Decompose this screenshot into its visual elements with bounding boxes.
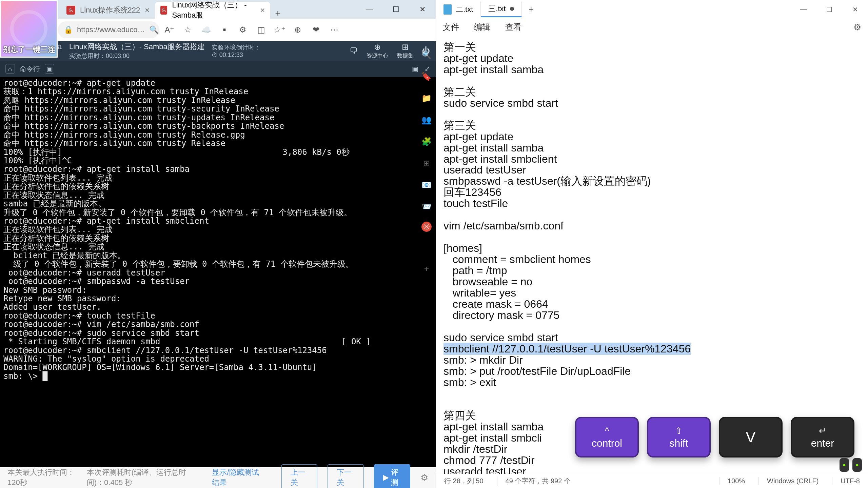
close-button[interactable]: ✕ [842, 0, 868, 19]
tab-name: 三.txt [488, 4, 506, 14]
resource-center[interactable]: ⊕资源中心 [367, 42, 388, 60]
favorite-icon[interactable]: ☆ [182, 24, 194, 36]
gear-icon[interactable]: ⚙ [853, 22, 861, 33]
tab-title: Linux操作系统222 [80, 5, 140, 15]
document-icon [443, 4, 452, 15]
browser-tab-strip: 头 Linux操作系统222 × 头 Linux网络实战（三） - Samba服… [0, 0, 436, 19]
video-avatar-overlay: 别忘了一键三连 [0, 0, 58, 58]
ide-countdown: 实验环境倒计时： ⏱ 00:12:33 [212, 43, 260, 59]
sb-office-icon[interactable]: ⊞ [420, 157, 433, 170]
footer-maxtime: 本关最大执行时间：120秒 [7, 467, 77, 488]
ext2-icon[interactable]: ▪️ [218, 24, 231, 36]
terminal-output[interactable]: root@educoder:~# apt-get update 获取：1 htt… [0, 77, 436, 467]
sb-people-icon[interactable]: 👥 [420, 113, 433, 127]
sb-ext-icon[interactable]: 🧩 [420, 135, 433, 148]
ide-title-block: Linux网络实战（三）- Samba服务器搭建 实验总用时：00:03:00 [69, 42, 205, 60]
tab-name: 二.txt [456, 4, 473, 15]
key-shift: ⇧shift [647, 417, 711, 458]
maximize-button[interactable]: ☐ [383, 0, 409, 19]
status-zoom[interactable]: 100% [719, 477, 745, 485]
chat-icon[interactable]: 🗨 [350, 46, 358, 56]
menu-view[interactable]: 查看 [505, 22, 521, 33]
notepad-tab-0[interactable]: 二.txt [436, 2, 481, 17]
ext1-icon[interactable]: ☁️ [200, 24, 212, 36]
maximize-button[interactable]: ☐ [816, 0, 842, 19]
ext3-icon[interactable]: ⚙ [237, 24, 249, 36]
notepad-tabstrip: 二.txt 三.txt + — ☐ ✕ [436, 0, 868, 19]
evaluate-button[interactable]: ▶ 评测 [374, 464, 410, 488]
sb-outlook-icon[interactable]: 📧 [420, 178, 433, 192]
home-icon[interactable]: ⌂ [5, 64, 15, 74]
sb-send-icon[interactable]: 📨 [420, 200, 433, 214]
avatar-caption: 别忘了一键三连 [3, 44, 55, 55]
tab-favicon: 头 [66, 6, 75, 15]
new-tab-button[interactable]: + [270, 8, 285, 19]
collections-icon[interactable]: ☆⁺ [273, 24, 285, 36]
new-tab-button[interactable]: + [522, 4, 540, 15]
countdown-value: ⏱ 00:12:33 [212, 52, 260, 59]
countdown-label: 实验环境倒计时： [212, 43, 260, 52]
browser-tab-1[interactable]: 头 Linux网络实战（三） - Samba服 × [155, 2, 270, 19]
menu-icon[interactable]: ⋯ [328, 24, 340, 36]
text-selection: smbclient //127.0.0.1/testUser -U testUs… [443, 343, 691, 355]
status-eol[interactable]: Windows (CRLF) [758, 477, 818, 485]
key-enter: ↵enter [791, 417, 854, 458]
browser-tab-0[interactable]: 头 Linux操作系统222 × [61, 2, 155, 19]
notepad-statusbar: 行 28，列 50 49 个字符，共 992 个 100% Windows (C… [436, 474, 868, 488]
ide-title: Linux网络实战（三）- Samba服务器搭建 [69, 42, 205, 52]
status-encoding[interactable]: UTF-8 [832, 477, 860, 485]
url-input[interactable]: 🔒 https://www.educo… 🔍 [58, 21, 159, 38]
minimize-button[interactable]: — [791, 0, 816, 19]
notepad-textarea[interactable]: 第一关 apt-get update apt-get install samba… [436, 36, 868, 474]
key-control: ^control [575, 417, 639, 458]
sb-folder-icon[interactable]: 📁 [420, 92, 433, 105]
play-icon[interactable] [10, 10, 47, 47]
ide-footer: 本关最大执行时间：120秒 本次评测耗时(编译、运行总时间)：0.405 秒 显… [0, 467, 436, 488]
indicator-2: ● [852, 458, 862, 472]
ide-subbar: ⌂ 命令行 ▣ ▣ ⤢ [0, 61, 436, 77]
menu-file[interactable]: 文件 [443, 22, 459, 33]
cmdline-button[interactable]: 命令行 [20, 64, 40, 74]
onscreen-keys: ^control ⇧shift V ↵enter [575, 417, 854, 458]
footer-elapsed: 本次评测耗时(编译、运行总时间)：0.405 秒 [87, 467, 202, 488]
modified-dot-icon [510, 7, 514, 11]
indicator-1: ● [840, 458, 849, 472]
total-value: 00:03:00 [106, 53, 130, 59]
toggle-results-link[interactable]: 显示/隐藏测试结果 [212, 467, 261, 488]
close-icon[interactable]: × [145, 5, 150, 15]
ide-total-time: 实验总用时：00:03:00 [69, 52, 205, 60]
notepad-tab-1[interactable]: 三.txt [481, 2, 521, 17]
text-before: 第一关 apt-get update apt-get install samba… [443, 41, 651, 344]
lock-icon: 🔒 [64, 25, 73, 34]
panel-icon[interactable]: ▣ [45, 64, 54, 74]
sb-bookmark-icon[interactable]: 🔖 [420, 70, 433, 83]
menu-edit[interactable]: 编辑 [474, 22, 490, 33]
dataset[interactable]: ⊞数据集 [397, 42, 413, 60]
edge-sidebar: 🔍 🔖 📁 👥 🧩 ⊞ 📧 📨 Ⓢ ＋ [418, 44, 435, 275]
reader-icon[interactable]: A⁺ [163, 24, 176, 36]
sb-search-icon[interactable]: 🔍 [420, 48, 433, 62]
sb-s-icon[interactable]: Ⓢ [421, 222, 432, 232]
close-button[interactable]: ✕ [409, 0, 436, 19]
key-v: V [719, 417, 783, 458]
tab-favicon: 头 [160, 6, 167, 15]
tray-indicators: ● ● [840, 458, 862, 472]
avatar-image: 别忘了一键三连 [0, 0, 58, 58]
tab-title: Linux网络实战（三） - Samba服 [172, 0, 255, 20]
split-icon[interactable]: ◫ [255, 24, 267, 36]
prev-level-button[interactable]: 上一关 [281, 464, 317, 488]
ext5-icon[interactable]: ❤ [310, 24, 322, 36]
status-position: 行 28，列 50 [444, 476, 484, 486]
toolbar-extensions: A⁺ ☆ ☁️ ▪️ ⚙ ◫ ☆⁺ ⊕ ❤ ⋯ [163, 24, 340, 36]
search-icon[interactable]: 🔍 [149, 25, 158, 34]
ext4-icon[interactable]: ⊕ [292, 24, 304, 36]
next-level-button[interactable]: 下一关 [328, 464, 363, 488]
close-icon[interactable]: × [260, 5, 265, 15]
ide-header: ★ 1731 2 Linux网络实战（三）- Samba服务器搭建 实验总用时：… [0, 41, 436, 61]
gear-icon[interactable]: ⚙ [420, 472, 428, 483]
minimize-button[interactable]: — [356, 0, 383, 19]
notepad-menubar: 文件 编辑 查看 ⚙ [436, 19, 868, 36]
status-chars: 49 个字符，共 992 个 [497, 476, 571, 486]
sb-add-icon[interactable]: ＋ [420, 262, 433, 275]
total-label: 实验总用时： [69, 53, 106, 59]
